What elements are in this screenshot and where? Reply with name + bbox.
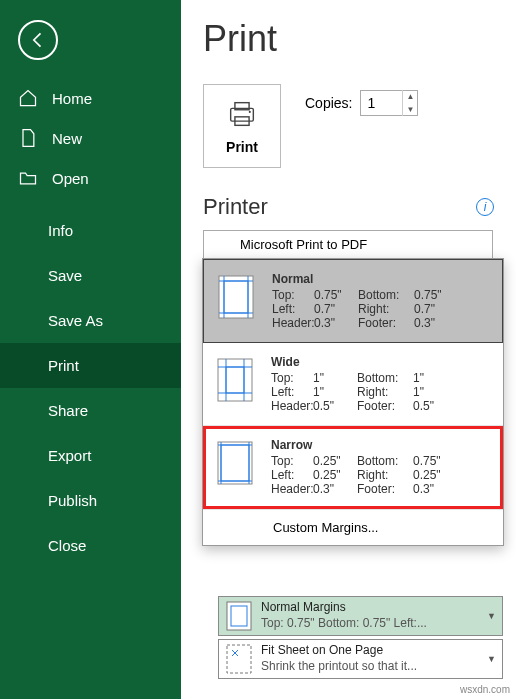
nav-new[interactable]: New — [0, 118, 181, 158]
nav-open[interactable]: Open — [0, 158, 181, 198]
margins-selector-sub: Top: 0.75" Bottom: 0.75" Left:... — [261, 616, 483, 632]
scaling-selector-sub: Shrink the printout so that it... — [261, 659, 483, 675]
margins-selector-title: Normal Margins — [261, 600, 483, 616]
copies-down-icon[interactable]: ▼ — [403, 103, 417, 116]
printer-section-title: Printer — [203, 194, 494, 220]
scaling-selector-icon — [225, 643, 253, 675]
nav-home[interactable]: Home — [0, 78, 181, 118]
margin-option-normal[interactable]: Normal Top:0.75"Bottom:0.75" Left:0.7"Ri… — [203, 259, 503, 343]
margins-dropdown: Normal Top:0.75"Bottom:0.75" Left:0.7"Ri… — [202, 258, 504, 546]
scaling-selector-title: Fit Sheet on One Page — [261, 643, 483, 659]
svg-rect-16 — [218, 442, 252, 484]
nav-save[interactable]: Save — [0, 253, 181, 298]
watermark: wsxdn.com — [460, 684, 510, 695]
printer-selector[interactable]: Microsoft Print to PDF — [203, 230, 493, 259]
margin-normal-icon — [214, 272, 258, 322]
copies-input[interactable]: 1 ▲ ▼ — [360, 90, 418, 116]
nav-label: New — [52, 130, 82, 147]
back-button[interactable] — [18, 20, 58, 60]
margins-selector-icon — [225, 600, 253, 632]
backstage-sidebar: Home New Open Info Save Save As Print Sh… — [0, 0, 181, 699]
print-button[interactable]: Print — [203, 84, 281, 168]
svg-rect-24 — [227, 645, 251, 673]
margin-option-narrow[interactable]: Narrow Top:0.25"Bottom:0.75" Left:0.25"R… — [203, 426, 503, 509]
custom-margins-item[interactable]: Custom Margins... — [203, 509, 503, 545]
settings-selectors: Normal Margins Top: 0.75" Bottom: 0.75" … — [218, 596, 503, 682]
nav-save-as[interactable]: Save As — [0, 298, 181, 343]
printer-info-icon[interactable]: i — [476, 198, 494, 216]
open-icon — [18, 168, 38, 188]
copies-group: Copies: 1 ▲ ▼ — [305, 90, 418, 116]
page-title: Print — [203, 18, 494, 60]
margin-wide-icon — [213, 355, 257, 405]
copies-label: Copies: — [305, 95, 352, 111]
printer-name: Microsoft Print to PDF — [240, 237, 367, 252]
margin-narrow-icon — [213, 438, 257, 488]
margin-name: Normal — [272, 272, 492, 286]
copies-up-icon[interactable]: ▲ — [403, 90, 417, 103]
nav-label: Open — [52, 170, 89, 187]
nav-label: Home — [52, 90, 92, 107]
margin-name: Narrow — [271, 438, 493, 452]
chevron-down-icon: ▼ — [487, 611, 496, 621]
nav-close[interactable]: Close — [0, 523, 181, 568]
nav-publish[interactable]: Publish — [0, 478, 181, 523]
printer-icon — [225, 97, 259, 131]
nav-info[interactable]: Info — [0, 208, 181, 253]
margins-selector[interactable]: Normal Margins Top: 0.75" Bottom: 0.75" … — [218, 596, 503, 636]
nav-export[interactable]: Export — [0, 433, 181, 478]
home-icon — [18, 88, 38, 108]
new-icon — [18, 128, 38, 148]
nav-print[interactable]: Print — [0, 343, 181, 388]
chevron-down-icon: ▼ — [487, 654, 496, 664]
back-arrow-icon — [28, 30, 48, 50]
margin-option-wide[interactable]: Wide Top:1"Bottom:1" Left:1"Right:1" Hea… — [203, 343, 503, 426]
margin-name: Wide — [271, 355, 493, 369]
print-button-label: Print — [226, 139, 258, 155]
copies-value: 1 — [361, 95, 402, 111]
svg-rect-10 — [218, 359, 252, 401]
scaling-selector[interactable]: Fit Sheet on One Page Shrink the printou… — [218, 639, 503, 679]
svg-point-3 — [249, 111, 251, 113]
nav-share[interactable]: Share — [0, 388, 181, 433]
